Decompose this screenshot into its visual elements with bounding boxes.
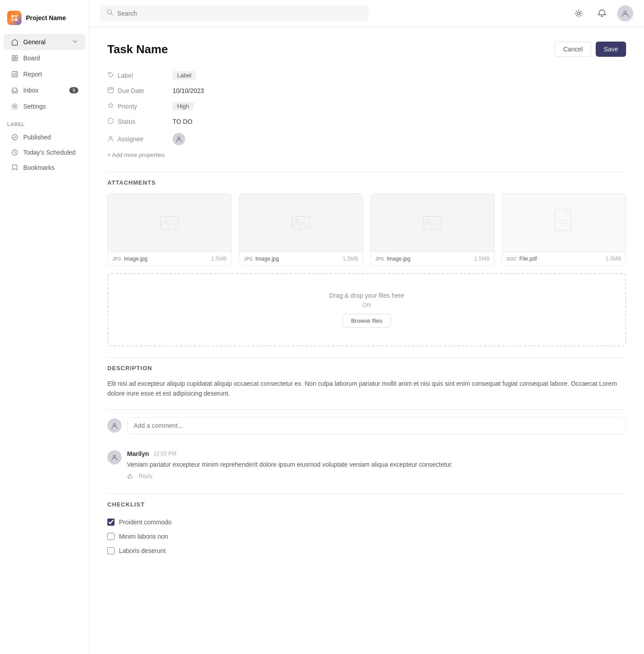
svg-rect-6 — [12, 59, 14, 61]
search-input[interactable] — [117, 10, 362, 17]
save-button[interactable]: Save — [596, 42, 626, 57]
svg-point-2 — [11, 18, 14, 21]
priority-property-key: Priority — [107, 102, 165, 110]
due-date-property-key: Due Date — [107, 87, 165, 95]
inbox-icon — [11, 86, 19, 94]
svg-rect-28 — [292, 216, 310, 229]
sidebar-item-label: Published — [23, 134, 51, 141]
attachment-card[interactable]: JPG Image.jpg 1.5MB — [370, 193, 495, 266]
svg-point-24 — [110, 136, 112, 139]
comment-actions: Reply — [127, 473, 626, 479]
jpg-icon: JPG — [244, 257, 253, 262]
checklist-checkbox[interactable] — [107, 519, 114, 526]
add-more-properties-button[interactable]: + Add more properties — [107, 149, 626, 161]
svg-point-18 — [624, 11, 627, 14]
attachment-thumbnail — [502, 194, 626, 252]
board-icon — [11, 54, 19, 62]
attachment-thumbnail — [108, 194, 231, 252]
search-box[interactable] — [100, 5, 369, 21]
sidebar-item-settings[interactable]: Settings — [4, 98, 85, 114]
checklist-item-label: Proident commodo — [119, 519, 172, 526]
sidebar-item-bookmarks[interactable]: Bookmarks — [4, 160, 85, 175]
check-circle-icon — [11, 133, 19, 141]
sidebar-item-label: Board — [23, 55, 40, 62]
section-divider — [107, 494, 626, 494]
label-property-key: Label — [107, 72, 165, 80]
section-divider — [107, 357, 626, 358]
attachment-filesize: 1.5MB — [211, 256, 227, 262]
task-header: Task Name Cancel Save — [107, 42, 626, 57]
task-content: Task Name Cancel Save Label Label — [89, 27, 644, 654]
attachment-filename: Image.jpg — [124, 256, 208, 262]
checklist-section-title: CHECKLIST — [107, 501, 626, 508]
status-property-row: Status TO DO — [107, 114, 626, 129]
status-property-value[interactable]: TO DO — [173, 118, 192, 125]
chevron-down-icon — [72, 38, 78, 46]
checklist-checkbox[interactable] — [107, 533, 114, 540]
sidebar: Project Name General Board — [0, 0, 89, 654]
report-icon — [11, 70, 19, 78]
comment-meta: Marilyn 12:03 PM — [127, 450, 626, 457]
checklist-item: Minim laboris non — [107, 529, 626, 544]
browse-files-button[interactable]: Browse files — [343, 314, 391, 328]
sidebar-item-todays-scheduled[interactable]: Today's Scheduled — [4, 145, 85, 160]
priority-property-value[interactable]: High — [173, 102, 194, 110]
attachments-section-title: ATTACHMENTS — [107, 179, 626, 186]
attachment-info: JPG Image.jpg 1.5MB — [239, 252, 363, 266]
attachment-card[interactable]: JPG Image.jpg 1.5MB — [239, 193, 363, 266]
sidebar-item-published[interactable]: Published — [4, 130, 85, 145]
due-date-property-row: Due Date 10/10/2023 — [107, 83, 626, 98]
comment-input-row — [107, 417, 626, 434]
svg-line-16 — [111, 13, 113, 15]
sidebar-item-report[interactable]: Report — [4, 66, 85, 82]
assignee-property-row: Assignee — [107, 129, 626, 149]
reply-button[interactable]: Reply — [139, 473, 153, 479]
svg-rect-26 — [161, 216, 178, 229]
svg-rect-20 — [108, 88, 114, 93]
due-date-property-value[interactable]: 10/10/2023 — [173, 87, 204, 94]
user-icon — [107, 135, 114, 143]
attachment-thumbnail — [371, 194, 494, 252]
user-avatar-button[interactable] — [617, 5, 633, 21]
svg-rect-5 — [15, 55, 17, 58]
cancel-button[interactable]: Cancel — [555, 42, 591, 57]
comment-body: Marilyn 12:03 PM Veniam pariatur excepte… — [127, 450, 626, 479]
comment-author: Marilyn — [127, 450, 149, 457]
assignee-property-key: Assignee — [107, 135, 165, 143]
comments-section: Marilyn 12:03 PM Veniam pariatur excepte… — [107, 417, 626, 486]
settings-header-button[interactable] — [571, 5, 587, 21]
sidebar-item-board[interactable]: Board — [4, 50, 85, 66]
sidebar-item-general[interactable]: General — [4, 34, 85, 50]
attachment-filesize: 1.5MB — [606, 256, 621, 262]
attachment-info: DOC File.pdf 1.5MB — [502, 252, 626, 266]
attachment-card[interactable]: JPG Image.jpg 1.5MB — [107, 193, 232, 266]
label-property-value[interactable]: Label — [173, 71, 196, 80]
sidebar-item-label: General — [23, 38, 46, 46]
clock-icon — [11, 148, 19, 156]
description-section: DESCRIPTION Elit nisi ad excepteur aliqu… — [107, 365, 626, 399]
sidebar-item-label: Bookmarks — [23, 164, 55, 171]
app-logo[interactable]: Project Name — [0, 7, 89, 34]
svg-point-13 — [12, 135, 17, 140]
assignee-avatar[interactable] — [173, 133, 185, 145]
checklist-item: Proident commodo — [107, 515, 626, 529]
svg-point-17 — [577, 12, 580, 15]
sidebar-item-label: Settings — [23, 103, 46, 110]
commenter-avatar — [107, 450, 122, 464]
file-drop-zone[interactable]: Drag & drop your files here OR Browse fi… — [107, 273, 626, 346]
tag-icon — [107, 72, 114, 80]
like-button[interactable] — [127, 473, 133, 479]
sidebar-item-inbox[interactable]: Inbox 9 — [4, 82, 85, 98]
comment-text: Veniam pariatur excepteur minim reprehen… — [127, 460, 626, 469]
sidebar-item-label: Today's Scheduled — [23, 149, 76, 156]
checklist-items: Proident commodo Minim laboris non Labor… — [107, 515, 626, 558]
checklist-checkbox[interactable] — [107, 547, 114, 554]
svg-rect-30 — [424, 216, 441, 229]
svg-point-36 — [114, 423, 116, 426]
comment-input[interactable] — [127, 417, 626, 434]
notifications-button[interactable] — [594, 5, 610, 21]
svg-point-3 — [15, 18, 17, 21]
label-property-row: Label Label — [107, 68, 626, 83]
attachment-card[interactable]: DOC File.pdf 1.5MB — [502, 193, 626, 266]
checklist-item-label: Minim laboris non — [119, 533, 168, 540]
